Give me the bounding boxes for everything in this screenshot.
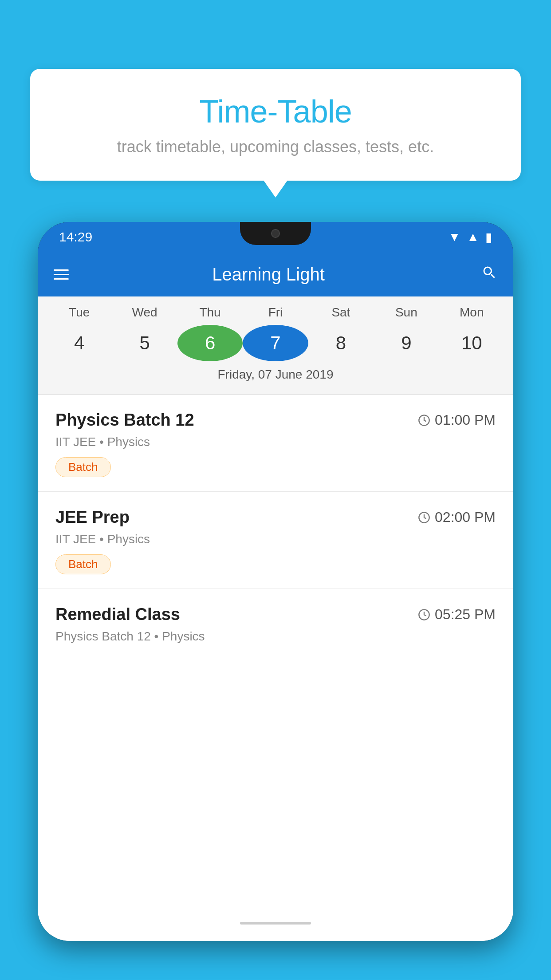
phone-bottom	[38, 905, 513, 941]
day-4: 4	[47, 325, 112, 361]
day-header-sat: Sat	[308, 305, 374, 325]
day-7-selected: 7	[243, 325, 308, 361]
day-8-wrapper[interactable]: 8	[308, 325, 374, 361]
home-indicator	[240, 922, 311, 925]
day-9: 9	[374, 325, 439, 361]
schedule-item-2[interactable]: JEE Prep 02:00 PM IIT JEE • Physics Batc…	[38, 492, 513, 589]
phone-notch	[240, 222, 311, 245]
batch-badge-2: Batch	[55, 554, 111, 574]
batch-badge-1: Batch	[55, 457, 111, 477]
schedule-item-2-header: JEE Prep 02:00 PM	[55, 508, 496, 527]
schedule-item-1[interactable]: Physics Batch 12 01:00 PM IIT JEE • Phys…	[38, 395, 513, 492]
day-header-wed: Wed	[112, 305, 177, 325]
phone-screen: Tue Wed Thu Fri Sat Sun Mon 4 5	[38, 296, 513, 941]
schedule-time-2: 02:00 PM	[418, 509, 496, 526]
status-icons: ▼ ▲ ▮	[449, 230, 492, 245]
app-title: Learning Light	[82, 265, 455, 285]
phone-frame: 14:29 ▼ ▲ ▮ Learning Light	[38, 222, 513, 941]
day-header-sun: Sun	[374, 305, 439, 325]
camera	[271, 229, 280, 238]
schedule-title-1: Physics Batch 12	[55, 411, 194, 430]
day-header-thu: Thu	[177, 305, 243, 325]
search-icon[interactable]	[481, 265, 497, 285]
schedule-title-3: Remedial Class	[55, 605, 180, 624]
schedule-meta-2: IIT JEE • Physics	[55, 532, 496, 546]
calendar-strip: Tue Wed Thu Fri Sat Sun Mon 4 5	[38, 296, 513, 394]
speech-bubble: Time-Table track timetable, upcoming cla…	[30, 69, 521, 181]
selected-date-label: Friday, 07 June 2019	[38, 361, 513, 390]
schedule-title-2: JEE Prep	[55, 508, 130, 527]
schedule-item-1-header: Physics Batch 12 01:00 PM	[55, 411, 496, 430]
day-6-wrapper[interactable]: 6	[177, 325, 243, 361]
schedule-item-3-header: Remedial Class 05:25 PM	[55, 605, 496, 624]
menu-icon[interactable]	[54, 269, 69, 280]
schedule-time-3: 05:25 PM	[418, 606, 496, 623]
schedule-meta-1: IIT JEE • Physics	[55, 435, 496, 449]
wifi-icon: ▼	[449, 230, 461, 244]
day-header-mon: Mon	[439, 305, 504, 325]
battery-icon: ▮	[485, 230, 492, 245]
day-5-wrapper[interactable]: 5	[112, 325, 177, 361]
day-header-fri: Fri	[243, 305, 308, 325]
bubble-subtitle: track timetable, upcoming classes, tests…	[48, 138, 503, 156]
day-8: 8	[308, 325, 374, 361]
schedule-list: Physics Batch 12 01:00 PM IIT JEE • Phys…	[38, 395, 513, 666]
day-5: 5	[112, 325, 177, 361]
phone-container: 14:29 ▼ ▲ ▮ Learning Light	[38, 222, 513, 980]
signal-icon: ▲	[467, 230, 479, 244]
day-10: 10	[439, 325, 504, 361]
day-6-today: 6	[177, 325, 243, 361]
day-9-wrapper[interactable]: 9	[374, 325, 439, 361]
schedule-time-1: 01:00 PM	[418, 412, 496, 428]
app-bar: Learning Light	[38, 252, 513, 296]
schedule-item-3[interactable]: Remedial Class 05:25 PM Physics Batch 12…	[38, 589, 513, 666]
day-numbers: 4 5 6 7 8 9	[38, 325, 513, 361]
day-header-tue: Tue	[47, 305, 112, 325]
day-10-wrapper[interactable]: 10	[439, 325, 504, 361]
speech-bubble-container: Time-Table track timetable, upcoming cla…	[30, 69, 521, 181]
day-7-wrapper[interactable]: 7	[243, 325, 308, 361]
bubble-title: Time-Table	[48, 93, 503, 130]
day-4-wrapper[interactable]: 4	[47, 325, 112, 361]
status-time: 14:29	[59, 229, 92, 245]
schedule-meta-3: Physics Batch 12 • Physics	[55, 629, 496, 644]
day-headers: Tue Wed Thu Fri Sat Sun Mon	[38, 305, 513, 325]
